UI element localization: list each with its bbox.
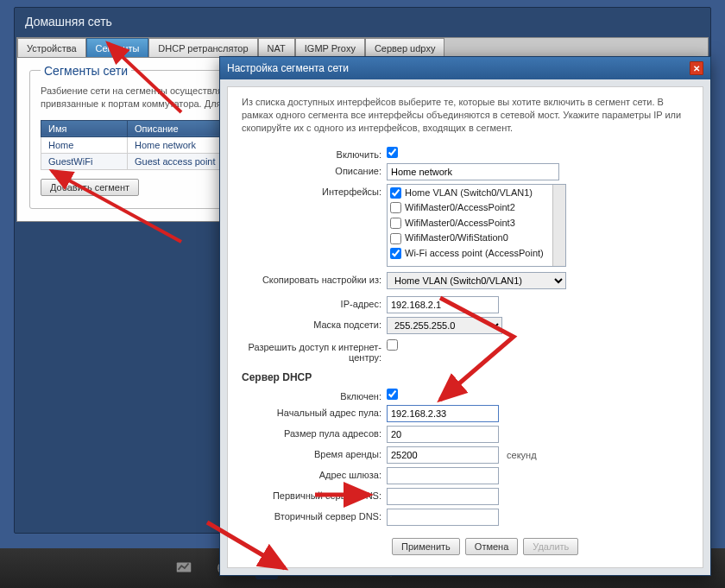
tab-igmp[interactable]: IGMP Proxy [295,38,365,57]
description-input[interactable] [387,163,559,180]
tab-segments[interactable]: Сегменты [86,38,149,57]
dialog-titlebar[interactable]: Настройка сегмента сети ✕ [220,57,710,79]
label-mask: Маска подсети: [242,317,387,330]
dhcp-section-header: Сервер DHCP [242,371,689,383]
label-dhcp-on: Включен: [242,389,387,401]
dialog-body: Из списка доступных интерфейсов выберите… [227,86,703,568]
label-copy-from: Скопировать настройки из: [242,272,387,285]
list-item[interactable]: WifiMaster0/AccessPoint3 [390,216,563,231]
label-lease: Время аренды: [242,446,387,459]
allow-access-checkbox[interactable] [387,339,398,351]
label-enable: Включить: [242,147,387,160]
gateway-input[interactable] [387,467,499,484]
pool-start-input[interactable] [387,405,499,422]
tab-dhcp-relay[interactable]: DHCP ретранслятор [148,38,257,57]
label-dns1: Первичный сервер DNS: [242,488,387,501]
label-ip: IP-адрес: [242,296,387,309]
tabstrip: Устройства Сегменты DHCP ретранслятор NA… [16,37,709,58]
label-pool-size: Размер пула адресов: [242,426,387,439]
dns1-input[interactable] [387,488,499,505]
monitor-icon[interactable] [173,557,195,579]
dns2-input[interactable] [387,509,499,526]
label-description: Описание: [242,163,387,176]
dhcp-on-checkbox[interactable] [387,389,398,400]
scrollbar[interactable] [552,185,565,266]
list-item[interactable]: Wi-Fi access point (AccessPoint) [390,246,563,262]
enable-checkbox[interactable] [387,147,398,158]
label-interfaces: Интерфейсы: [242,184,387,197]
close-icon[interactable]: ✕ [690,61,703,75]
apply-button[interactable]: Применить [392,538,460,555]
page-title: Домашняя сеть [15,8,710,37]
copy-from-select[interactable]: Home VLAN (Switch0/VLAN1) [387,272,566,289]
dialog-buttons: Применить Отмена Удалить [392,538,689,555]
segment-settings-dialog: Настройка сегмента сети ✕ Из списка дост… [219,56,711,576]
cancel-button[interactable]: Отмена [465,538,518,555]
label-gateway: Адрес шлюза: [242,467,387,480]
delete-button: Удалить [523,538,578,555]
tab-devices[interactable]: Устройства [17,38,86,57]
label-allow-access: Разрешить доступ к интернет-центру: [242,339,387,363]
dialog-intro: Из списка доступных интерфейсов выберите… [242,96,689,135]
dialog-title: Настройка сегмента сети [227,62,349,74]
add-segment-button[interactable]: Добавить сегмент [41,179,139,196]
fieldset-legend: Сегменты сети [41,64,131,78]
list-item[interactable]: Home VLAN (Switch0/VLAN1) [390,186,563,201]
tab-udpxy[interactable]: Сервер udpxy [365,38,445,57]
pool-size-input[interactable] [387,426,499,443]
tab-nat[interactable]: NAT [258,38,295,57]
ip-input[interactable] [387,296,499,313]
list-item[interactable]: WifiMaster0/WifiStation0 [390,231,563,246]
mask-select[interactable]: 255.255.255.0 [387,317,502,334]
lease-unit: секунд [507,450,537,460]
col-name[interactable]: Имя [41,120,128,136]
label-dns2: Вторичный сервер DNS: [242,509,387,522]
interfaces-listbox[interactable]: Home VLAN (Switch0/VLAN1) WifiMaster0/Ac… [387,184,566,267]
list-item[interactable]: WifiMaster0/AccessPoint2 [390,200,563,216]
label-pool-start: Начальный адрес пула: [242,405,387,418]
lease-input[interactable] [387,446,499,464]
